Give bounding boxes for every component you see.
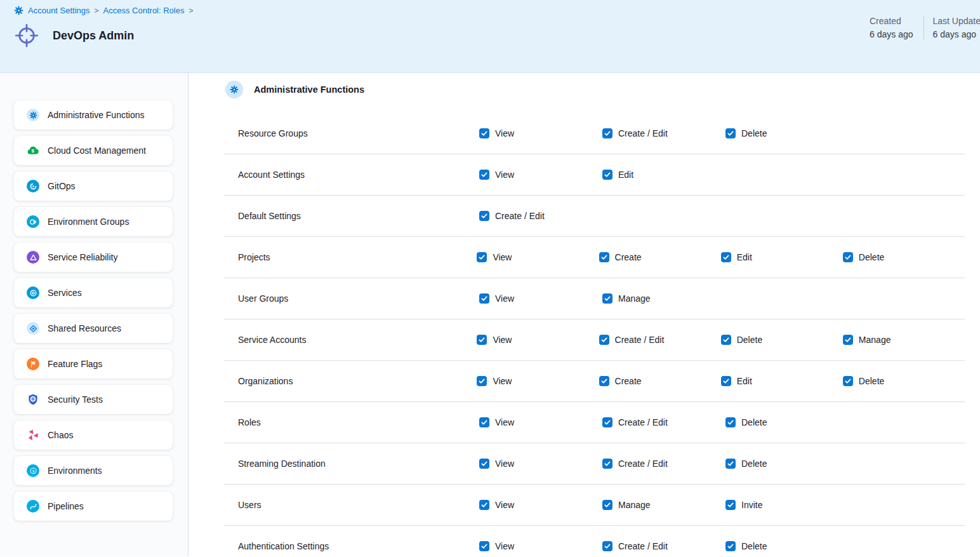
permission-cell: Manage	[602, 500, 725, 510]
permission-label[interactable]: Invite	[741, 500, 762, 510]
permission-checkbox[interactable]	[602, 500, 612, 510]
sidebar-item-environments[interactable]: $ Environments	[14, 456, 173, 485]
permission-label[interactable]: Delete	[741, 128, 767, 138]
permission-checkbox[interactable]	[721, 335, 731, 345]
permission-checkbox[interactable]	[602, 293, 612, 304]
permission-checkbox[interactable]	[725, 541, 736, 551]
permission-checkbox[interactable]	[602, 417, 612, 427]
permission-cell: Create / Edit	[602, 417, 725, 427]
sidebar-item-security-tests[interactable]: Security Tests	[14, 385, 173, 414]
permission-cell: Create	[599, 252, 721, 262]
sidebar-item-gitops[interactable]: GitOps	[14, 171, 173, 201]
permission-label[interactable]: Edit	[618, 170, 633, 180]
permission-checkbox[interactable]	[602, 459, 612, 469]
permission-label[interactable]: View	[495, 500, 514, 510]
environments-icon: $	[27, 464, 39, 477]
resource-label: Resource Groups	[224, 128, 479, 138]
permission-checkbox[interactable]	[479, 211, 489, 221]
resource-label: Default Settings	[224, 211, 479, 221]
permission-label[interactable]: View	[493, 376, 512, 386]
crosshair-icon	[14, 23, 39, 48]
sidebar-item-chaos[interactable]: Chaos	[14, 420, 173, 450]
permission-label[interactable]: Manage	[618, 500, 651, 510]
permission-checkbox[interactable]	[479, 417, 489, 427]
sidebar-item-feature-flags[interactable]: Feature Flags	[14, 349, 173, 379]
permission-checkbox[interactable]	[602, 128, 612, 138]
permission-label[interactable]: Create	[615, 376, 642, 386]
breadcrumb-link[interactable]: Account Settings	[28, 6, 90, 15]
sidebar-item-environment-groups[interactable]: Environment Groups	[14, 207, 173, 236]
permission-checkbox[interactable]	[843, 376, 853, 386]
permission-cell: Delete	[725, 541, 849, 551]
permission-label[interactable]: View	[493, 252, 512, 262]
chaos-pinwheel-icon	[27, 429, 39, 441]
permission-checkbox[interactable]	[599, 335, 609, 345]
permission-checkbox[interactable]	[721, 376, 731, 386]
permission-checkbox[interactable]	[843, 335, 853, 345]
permission-checkbox[interactable]	[725, 128, 736, 138]
permission-cell: View	[477, 335, 599, 345]
permission-label[interactable]: Create / Edit	[618, 417, 668, 427]
sidebar-item-cloud-cost-management[interactable]: $ Cloud Cost Management	[14, 136, 173, 165]
permission-cell: View	[479, 417, 602, 427]
permission-checkbox[interactable]	[479, 293, 489, 304]
permission-label[interactable]: View	[495, 128, 514, 138]
shared-resources-icon	[27, 322, 39, 335]
permission-cell: View	[479, 293, 602, 304]
permission-checkbox[interactable]	[721, 252, 731, 262]
permission-checkbox[interactable]	[725, 459, 736, 469]
permission-cell: View	[479, 170, 602, 180]
sidebar-item-label: Cloud Cost Management	[48, 145, 146, 156]
permission-label[interactable]: View	[495, 459, 514, 469]
table-row: Users View Manage Invite	[224, 485, 965, 526]
permission-checkbox[interactable]	[725, 417, 736, 427]
permission-label[interactable]: Create / Edit	[618, 541, 668, 551]
permission-label[interactable]: Create	[615, 252, 642, 262]
permission-label[interactable]: Create / Edit	[615, 335, 665, 345]
permission-checkbox[interactable]	[602, 170, 612, 180]
permission-checkbox[interactable]	[479, 459, 489, 469]
permission-label[interactable]: Create / Edit	[618, 128, 668, 138]
sidebar-item-service-reliability[interactable]: Service Reliability	[14, 243, 173, 272]
permission-label[interactable]: View	[495, 170, 514, 180]
permission-label[interactable]: Manage	[618, 293, 651, 304]
permission-label[interactable]: Delete	[741, 417, 767, 427]
permission-checkbox[interactable]	[479, 541, 489, 551]
permission-label[interactable]: Delete	[859, 252, 884, 262]
table-row: Roles View Create / Edit Delete	[224, 402, 965, 443]
permission-label[interactable]: Edit	[737, 376, 752, 386]
title-row: DevOps Admin	[14, 23, 980, 48]
permission-label[interactable]: Delete	[859, 376, 884, 386]
permission-label[interactable]: Delete	[741, 541, 767, 551]
service-reliability-icon	[27, 251, 39, 264]
security-shield-icon	[27, 393, 39, 406]
permission-checkbox[interactable]	[479, 128, 489, 138]
permission-label[interactable]: Delete	[737, 335, 762, 345]
permission-checkbox[interactable]	[599, 252, 609, 262]
permission-checkbox[interactable]	[477, 252, 487, 262]
permission-checkbox[interactable]	[599, 376, 609, 386]
permission-checkbox[interactable]	[725, 500, 736, 510]
permission-label[interactable]: Manage	[859, 335, 891, 345]
permission-checkbox[interactable]	[602, 541, 612, 551]
page-title: DevOps Admin	[53, 29, 134, 43]
sidebar-item-administrative-functions[interactable]: Administrative Functions	[14, 100, 173, 130]
permission-checkbox[interactable]	[843, 252, 853, 262]
sidebar-item-shared-resources[interactable]: Shared Resources	[14, 314, 173, 343]
permission-label[interactable]: View	[495, 417, 514, 427]
permission-label[interactable]: Create / Edit	[495, 211, 545, 221]
sidebar-item-pipelines[interactable]: Pipelines	[14, 492, 173, 521]
permission-checkbox[interactable]	[477, 376, 487, 386]
permission-checkbox[interactable]	[477, 335, 487, 345]
sidebar-item-services[interactable]: Services	[14, 278, 173, 307]
permission-label[interactable]: View	[495, 541, 514, 551]
permission-label[interactable]: Create / Edit	[618, 459, 668, 469]
permission-checkbox[interactable]	[479, 170, 489, 180]
permission-label[interactable]: View	[495, 293, 514, 304]
permission-checkbox[interactable]	[479, 500, 489, 510]
breadcrumb-link[interactable]: Access Control: Roles	[103, 6, 185, 15]
permission-cell: Create / Edit	[602, 128, 725, 138]
permission-label[interactable]: Delete	[741, 459, 767, 469]
permission-label[interactable]: View	[493, 335, 512, 345]
permission-label[interactable]: Edit	[737, 252, 752, 262]
